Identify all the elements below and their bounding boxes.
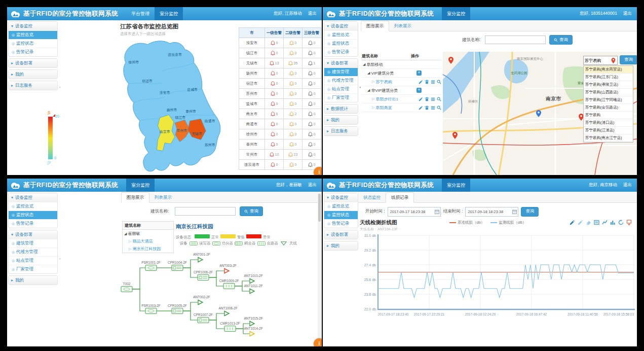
tree-leaf-icon[interactable]: ▷ [372, 80, 374, 84]
map-result-item[interactable]: 苏宁易购(金箔路店) [584, 104, 633, 112]
table-row[interactable]: 镇江市000 [239, 48, 321, 58]
sidebar-item[interactable]: ◎监控状态 [324, 210, 358, 219]
sidebar-item[interactable]: ◎监控状态 [324, 39, 358, 48]
restore-icon[interactable] [618, 220, 624, 225]
map-city-label[interactable]: 无锡市 [192, 132, 202, 136]
add-button[interactable]: + [416, 88, 422, 93]
city-map[interactable]: 南京国际展览中心玄武湖公园南京市紫金山鼓楼区 查询 苏宁易购(南京商贸店)苏宁易… [443, 52, 637, 175]
table-row[interactable]: 南通市000 [239, 119, 321, 129]
legend-item[interactable]: 监测线损（dB） [490, 220, 526, 225]
search-icon[interactable] [437, 97, 441, 101]
map-city-label[interactable]: 淮安市 [160, 91, 170, 95]
table-row[interactable]: 徐州市000 [239, 129, 321, 139]
sidebar-group-header[interactable]: ▸日志服务 [324, 127, 358, 135]
logout-link[interactable]: 退出 [308, 182, 317, 188]
sidebar-item[interactable]: ◎监控状态 [9, 39, 57, 48]
topology-node-ant[interactable]: ANT1011-2F [244, 284, 263, 294]
clear-icon[interactable] [586, 220, 591, 225]
topology-node-ant[interactable]: ANT001-2F [193, 253, 210, 262]
sidebar-group-header[interactable]: ▾设备监控 [9, 22, 57, 30]
map-pin-red-icon[interactable] [448, 57, 453, 64]
tree-node-label[interactable]: 阜阳步行街1 [375, 96, 398, 102]
calendar-icon[interactable] [435, 209, 439, 214]
map-city-label[interactable]: 苏州市 [205, 143, 215, 147]
sidebar-item[interactable]: ◎告警记录 [9, 219, 57, 228]
list-icon[interactable] [431, 80, 435, 84]
table-row[interactable]: 连云港市000 [239, 160, 321, 170]
sidebar-item[interactable]: ◎监控总览 [9, 202, 57, 210]
sidebar-group-header[interactable]: ▸设备部署 [9, 59, 57, 67]
add-button[interactable]: + [416, 71, 422, 76]
building-search-button[interactable]: 查询 [549, 35, 573, 45]
mark-icon[interactable] [570, 220, 575, 225]
table-row[interactable]: 南京市620 [239, 109, 321, 119]
unmark-icon[interactable] [578, 220, 583, 225]
table-row[interactable]: 扬州市000 [239, 68, 321, 79]
top-nav-item[interactable]: 室分监控 [126, 179, 155, 192]
sidebar-group-header[interactable]: ▾设备监控 [324, 22, 358, 30]
topology-node-cmr[interactable]: CMR1013-2F [220, 322, 240, 332]
tree-node-label[interactable]: 阜阳商厦 [375, 105, 392, 111]
tree-node[interactable]: ▷丽晶大酒店 [123, 237, 173, 245]
map-city-label[interactable]: 盐城市 [187, 88, 198, 92]
map-result-item[interactable]: 苏宁易购(山西路店) [584, 89, 633, 96]
logout-link[interactable]: 退出 [623, 11, 632, 17]
map-pin-blue-icon[interactable] [536, 110, 541, 117]
map-pin-red-icon[interactable] [452, 132, 458, 139]
map-result-item[interactable]: 苏宁易购(南京商贸店) [584, 66, 633, 74]
map-result-item[interactable]: 苏宁易购 [584, 112, 633, 119]
topology-node-psr[interactable]: PSR1003-2F [141, 304, 161, 314]
topology-node-cpr[interactable]: CPR1006-2F [194, 270, 213, 280]
table-row[interactable]: 宿迁市000 [239, 79, 321, 89]
delete-icon[interactable] [425, 97, 429, 101]
sidebar-item[interactable]: ◎建筑管理 [9, 239, 57, 248]
tree-expanded-icon[interactable]: ◢ [367, 71, 370, 75]
table-row[interactable]: 苏州市000 [239, 89, 321, 99]
sidebar-group-header[interactable]: ▾设备部署 [9, 230, 57, 239]
topology-node-ant[interactable]: ANT1015-2F [244, 317, 262, 326]
tab-active[interactable]: 图形展示 [361, 21, 389, 31]
tree-node[interactable]: ◢崔丽敏 [123, 230, 173, 237]
sidebar-group-header[interactable]: ▾设备监控 [324, 193, 358, 202]
edit-icon[interactable] [419, 106, 423, 110]
building-search-button[interactable]: 查询 [240, 206, 263, 216]
topology-node-cpr[interactable]: CPR1004-2F [168, 261, 187, 271]
tree-node-label[interactable]: 丽晶大酒店 [132, 238, 153, 244]
sidebar-item[interactable]: ◎代维方管理 [324, 76, 358, 85]
table-row[interactable]: 常州市10230 [239, 150, 321, 160]
tree-leaf-icon[interactable]: ▷ [372, 106, 374, 110]
map-result-item[interactable]: 苏宁易购(南京江宁店) [584, 134, 633, 142]
topology-node-psr[interactable]: PSR1001-2F [141, 261, 161, 271]
tab-active[interactable]: 图形展示 [121, 192, 149, 203]
tree-node-label[interactable]: 阜阳移动 [366, 62, 383, 67]
tree-table-row[interactable]: ◢VIP建筑分类+ [362, 69, 441, 78]
tree-table-row[interactable]: ▷阜阳步行街1 [362, 95, 441, 103]
tree-expanded-icon[interactable]: ◢ [363, 62, 365, 66]
map-result-item[interactable]: 苏宁易购(江宁同曦店) [584, 96, 633, 104]
sidebar-item[interactable]: ◎厂家管理 [9, 265, 57, 273]
sidebar-group-header[interactable]: ▾设备监控 [9, 193, 57, 202]
delete-icon[interactable] [425, 106, 429, 110]
topology-node-cmr[interactable]: CMR1009-2F [219, 279, 239, 289]
topology-node-cpr[interactable]: CPR1005-2F [168, 304, 187, 314]
list-icon[interactable] [431, 106, 435, 110]
sidebar-item[interactable]: ◎站点管理 [9, 256, 57, 265]
tab-inactive[interactable]: 列表展示 [149, 193, 177, 202]
building-name-input[interactable] [485, 36, 546, 44]
line-loss-chart[interactable]: 22.0 db23.8 db25.6 db27.4 db29.2 db31.0 … [359, 233, 635, 323]
legend-item[interactable]: 基准线损（db） [449, 220, 484, 225]
float-help-button[interactable]: i [314, 167, 322, 175]
tree-table-row[interactable]: ◢阜阳移动 [362, 60, 441, 69]
sidebar-group-header[interactable]: ▸我的 [324, 116, 358, 124]
tab-inactive[interactable]: 列表展示 [389, 21, 416, 31]
sidebar-item[interactable]: ◎监控总览 [324, 30, 358, 39]
topology-node-ant[interactable]: ANT002-2F [193, 295, 210, 305]
scrollbar[interactable] [318, 193, 321, 345]
map-result-item[interactable]: 苏宁易购(浦口店) [584, 119, 633, 127]
tree-expanded-icon[interactable]: ◢ [367, 88, 370, 92]
tree-node-label[interactable]: 非VIP建筑分类 [371, 88, 398, 93]
topology-node-ant[interactable]: ANT1014-2F [244, 327, 262, 336]
tree-table-row[interactable]: ▷苏宁易购 [362, 78, 441, 86]
map-search-input[interactable] [584, 58, 611, 63]
map-result-item[interactable]: 苏宁易购(江浦店) [584, 127, 633, 134]
